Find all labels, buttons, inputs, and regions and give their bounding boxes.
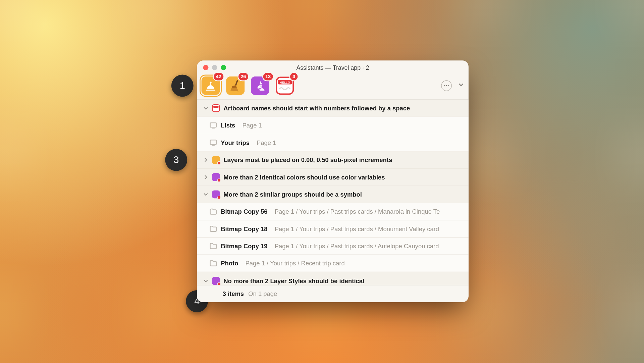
item-path: Page 1 / Your trips / Past trips cards /… <box>275 225 439 232</box>
rule-naming-icon <box>212 104 220 112</box>
item-path: Page 1 <box>242 122 262 129</box>
rule-reuse-icon <box>212 190 220 198</box>
minimize-window-button[interactable] <box>212 65 217 70</box>
result-item[interactable]: Photo Page 1 / Your trips / Recent trip … <box>197 255 469 272</box>
result-item[interactable]: Lists Page 1 <box>197 117 469 134</box>
item-name: Photo <box>221 260 238 267</box>
folder-icon <box>209 225 217 233</box>
rule-row-r5[interactable]: No more than 2 Layer Styles should be id… <box>197 272 469 285</box>
svg-rect-13 <box>210 123 216 127</box>
assistant-tidy-badge: 26 <box>238 73 248 80</box>
rule-title: More than 2 similar groups should be a s… <box>223 191 362 198</box>
window-controls <box>197 65 226 70</box>
status-bar: 3 items On 1 page <box>197 285 469 302</box>
titlebar: Assistants — Travel app - 2 <box>197 60 469 74</box>
rule-title: More than 2 identical colors should use … <box>223 173 385 180</box>
window-title: Assistants — Travel app - 2 <box>296 64 369 71</box>
close-window-button[interactable] <box>203 65 209 70</box>
folder-icon <box>209 208 217 216</box>
chevron-down-icon <box>203 106 209 110</box>
result-item[interactable]: Bitmap Copy 18 Page 1 / Your trips / Pas… <box>197 220 469 238</box>
svg-rect-14 <box>210 140 216 144</box>
item-name: Bitmap Copy 19 <box>221 243 267 250</box>
svg-rect-5 <box>276 77 293 94</box>
rule-title: Artboard names should start with numbers… <box>223 105 410 112</box>
assistant-naming-badge: 3 <box>290 73 298 80</box>
result-item[interactable]: Bitmap Copy 56 Page 1 / Your trips / Pas… <box>197 203 469 220</box>
item-name: Your trips <box>221 139 250 146</box>
item-name: Bitmap Copy 18 <box>221 225 267 232</box>
assistant-tidy[interactable]: 26 <box>226 76 245 95</box>
callout-3: 3 <box>165 149 187 171</box>
item-path: Page 1 <box>257 139 276 146</box>
item-path: Page 1 / Your trips / Recent trip card <box>246 260 345 267</box>
assistant-naming[interactable]: HELLO 3 <box>276 76 294 95</box>
folder-icon <box>209 259 217 267</box>
svg-rect-12 <box>213 106 219 108</box>
svg-point-10 <box>448 85 449 86</box>
chevron-right-icon <box>203 158 209 162</box>
assistant-concierge[interactable]: 42 <box>201 76 220 95</box>
status-pages: On 1 page <box>248 290 277 297</box>
toolbar: 42 26 13 HELLO <box>197 75 469 100</box>
rule-reuse-icon <box>212 173 220 181</box>
rule-row-r3[interactable]: More than 2 identical colors should use … <box>197 169 469 186</box>
chevron-right-icon <box>203 175 209 179</box>
rule-row-r1[interactable]: Artboard names should start with numbers… <box>197 100 469 117</box>
rule-row-r2[interactable]: Layers must be placed on 0.00, 0.50 sub-… <box>197 152 469 169</box>
assistant-reuse-badge: 13 <box>263 73 273 80</box>
result-item[interactable]: Bitmap Copy 19 Page 1 / Your trips / Pas… <box>197 238 469 255</box>
callout-1: 1 <box>171 75 194 97</box>
status-count: 3 items <box>223 290 244 297</box>
item-name: Bitmap Copy 56 <box>221 208 267 215</box>
ellipsis-icon <box>443 83 449 89</box>
more-options-button[interactable] <box>441 81 452 91</box>
rule-tidy-icon <box>212 156 220 164</box>
toolbar-dropdown-button[interactable] <box>458 82 464 90</box>
chevron-down-icon <box>203 192 209 197</box>
svg-rect-11 <box>212 105 219 112</box>
folder-icon <box>209 242 217 250</box>
chevron-down-icon <box>458 82 464 88</box>
result-item[interactable]: Your trips Page 1 <box>197 134 469 151</box>
svg-point-8 <box>444 85 445 86</box>
assistant-reuse[interactable]: 13 <box>251 76 269 95</box>
svg-text:HELLO: HELLO <box>280 81 290 84</box>
zoom-window-button[interactable] <box>221 65 226 70</box>
item-path: Page 1 / Your trips / Past trips cards /… <box>275 243 439 250</box>
assistant-concierge-badge: 42 <box>214 73 223 80</box>
svg-point-9 <box>446 85 447 86</box>
artboard-icon <box>209 139 217 147</box>
rule-reuse-icon <box>212 277 220 285</box>
rule-title: No more than 2 Layer Styles should be id… <box>223 277 364 284</box>
svg-point-1 <box>210 82 211 84</box>
artboard-icon <box>209 121 217 129</box>
item-name: Lists <box>221 122 235 129</box>
chevron-down-icon <box>203 278 209 283</box>
rule-row-r4[interactable]: More than 2 similar groups should be a s… <box>197 186 469 203</box>
rule-title: Layers must be placed on 0.00, 0.50 sub-… <box>223 156 392 163</box>
item-path: Page 1 / Your trips / Past trips cards /… <box>275 208 440 215</box>
results-list: Artboard names should start with numbers… <box>197 100 469 285</box>
assistants-window: Assistants — Travel app - 2 42 26 <box>197 60 469 302</box>
